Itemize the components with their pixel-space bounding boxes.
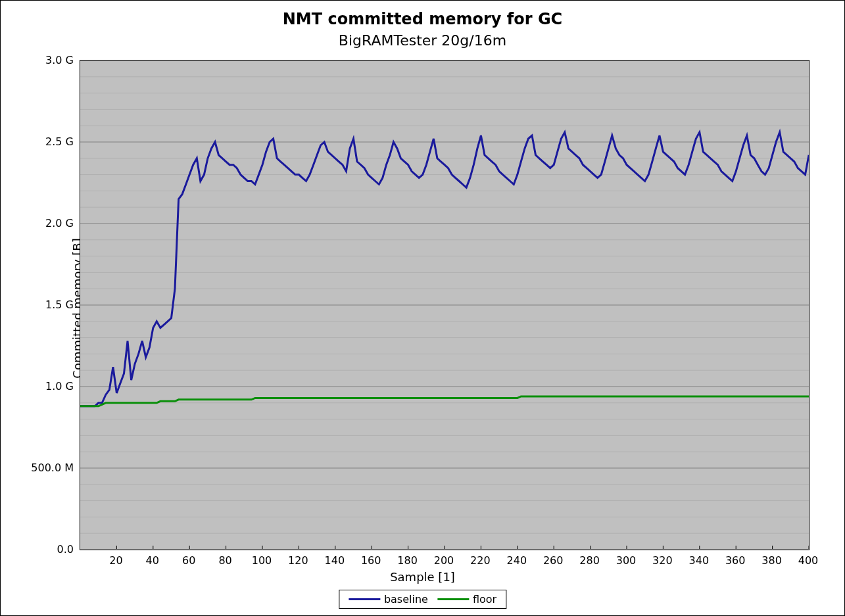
x-axis-label: Sample [1]	[1, 570, 844, 584]
legend: baseline floor	[339, 590, 506, 609]
series-line-floor	[80, 396, 809, 406]
x-tick-label: 80	[212, 554, 239, 567]
plot-area	[80, 60, 809, 550]
x-tick-label: 220	[467, 554, 493, 567]
chart-container: NMT committed memory for GC BigRAMTester…	[0, 0, 845, 616]
legend-swatch-floor	[437, 598, 469, 600]
data-series	[80, 60, 809, 550]
x-tick-label: 180	[395, 554, 421, 567]
y-tick-label: 1.5 G	[8, 298, 74, 311]
legend-swatch-baseline	[349, 598, 380, 600]
x-tick-label: 240	[504, 554, 530, 567]
y-tick-label: 1.0 G	[8, 380, 74, 392]
x-tick-label: 380	[759, 554, 785, 567]
x-tick-label: 340	[686, 554, 712, 567]
y-tick-label: 2.5 G	[8, 135, 74, 148]
x-tick-label: 140	[322, 554, 348, 567]
series-line-baseline	[80, 132, 809, 406]
legend-label-baseline: baseline	[384, 593, 428, 605]
x-tick-label: 260	[540, 554, 566, 567]
y-tick-label: 0.0	[8, 543, 74, 556]
x-tick-label: 20	[103, 554, 129, 567]
x-tick-label: 120	[285, 554, 311, 567]
legend-label-floor: floor	[473, 593, 496, 605]
x-tick-label: 60	[176, 554, 202, 567]
chart-title: NMT committed memory for GC	[1, 10, 844, 28]
x-tick-label: 280	[577, 554, 603, 567]
x-tick-label: 400	[795, 554, 821, 567]
y-tick-label: 3.0 G	[8, 54, 74, 66]
x-tick-label: 360	[722, 554, 748, 567]
legend-item-floor: floor	[437, 593, 496, 605]
x-tick-label: 320	[649, 554, 675, 567]
x-tick-label: 200	[431, 554, 457, 567]
x-tick-label: 160	[358, 554, 384, 567]
legend-item-baseline: baseline	[349, 593, 428, 605]
chart-subtitle: BigRAMTester 20g/16m	[1, 32, 844, 49]
y-tick-label: 500.0 M	[8, 462, 74, 474]
x-tick-label: 300	[613, 554, 639, 567]
x-tick-label: 40	[139, 554, 166, 567]
y-tick-label: 2.0 G	[8, 217, 74, 229]
x-tick-label: 100	[249, 554, 275, 567]
